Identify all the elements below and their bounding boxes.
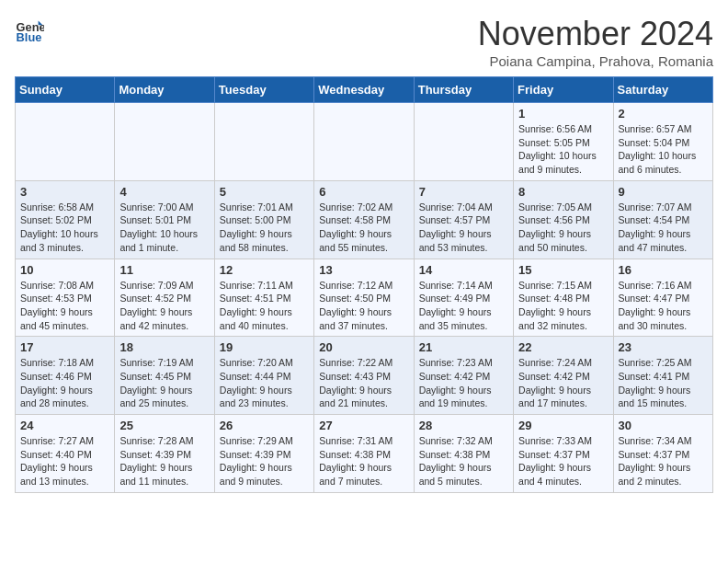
day-number: 23: [619, 340, 708, 354]
day-number: 25: [119, 419, 209, 432]
day-number: 19: [220, 340, 309, 354]
title-area: November 2024 Poiana Campina, Prahova, R…: [478, 15, 713, 69]
day-info: Sunrise: 7:14 AM Sunset: 4:49 PM Dayligh…: [419, 279, 508, 333]
calendar-cell: 17Sunrise: 7:18 AM Sunset: 4:46 PM Dayli…: [16, 337, 115, 415]
day-number: 7: [419, 185, 508, 199]
calendar-cell: 5Sunrise: 7:01 AM Sunset: 5:00 PM Daylig…: [214, 180, 313, 259]
day-number: 26: [220, 419, 309, 432]
calendar-cell: 22Sunrise: 7:24 AM Sunset: 4:42 PM Dayli…: [514, 337, 613, 415]
calendar-cell: 26Sunrise: 7:29 AM Sunset: 4:39 PM Dayli…: [214, 415, 313, 493]
calendar-cell: 3Sunrise: 6:58 AM Sunset: 5:02 PM Daylig…: [16, 180, 115, 259]
day-number: 18: [119, 340, 209, 354]
logo: General Blue: [15, 15, 44, 44]
calendar-cell: 1Sunrise: 6:56 AM Sunset: 5:05 PM Daylig…: [514, 103, 613, 181]
day-number: 5: [220, 185, 309, 199]
day-number: 29: [518, 419, 608, 432]
day-number: 21: [419, 340, 508, 354]
day-info: Sunrise: 7:01 AM Sunset: 5:00 PM Dayligh…: [220, 201, 309, 255]
calendar-cell: 25Sunrise: 7:28 AM Sunset: 4:39 PM Dayli…: [115, 415, 214, 493]
calendar-cell: 15Sunrise: 7:15 AM Sunset: 4:48 PM Dayli…: [514, 259, 613, 337]
day-number: 10: [20, 263, 109, 277]
logo-icon: General Blue: [15, 15, 44, 44]
day-number: 12: [220, 263, 309, 277]
calendar-header-thursday: Thursday: [414, 77, 513, 103]
calendar-cell: 7Sunrise: 7:04 AM Sunset: 4:57 PM Daylig…: [414, 180, 513, 259]
calendar-cell: 23Sunrise: 7:25 AM Sunset: 4:41 PM Dayli…: [613, 337, 712, 415]
day-info: Sunrise: 7:31 AM Sunset: 4:38 PM Dayligh…: [319, 434, 408, 488]
day-info: Sunrise: 7:16 AM Sunset: 4:47 PM Dayligh…: [619, 279, 708, 333]
calendar-header-monday: Monday: [115, 77, 214, 103]
day-info: Sunrise: 7:33 AM Sunset: 4:37 PM Dayligh…: [518, 434, 608, 488]
day-number: 16: [619, 263, 708, 277]
calendar-cell: 21Sunrise: 7:23 AM Sunset: 4:42 PM Dayli…: [414, 337, 513, 415]
day-info: Sunrise: 7:02 AM Sunset: 4:58 PM Dayligh…: [319, 201, 408, 255]
calendar-cell: 12Sunrise: 7:11 AM Sunset: 4:51 PM Dayli…: [214, 259, 313, 337]
day-number: 9: [619, 185, 708, 199]
day-number: 15: [518, 263, 608, 277]
day-info: Sunrise: 7:12 AM Sunset: 4:50 PM Dayligh…: [319, 279, 408, 333]
day-info: Sunrise: 7:19 AM Sunset: 4:45 PM Dayligh…: [119, 356, 209, 410]
calendar-cell: 20Sunrise: 7:22 AM Sunset: 4:43 PM Dayli…: [314, 337, 414, 415]
calendar-cell: 28Sunrise: 7:32 AM Sunset: 4:38 PM Dayli…: [414, 415, 513, 493]
day-info: Sunrise: 7:34 AM Sunset: 4:37 PM Dayligh…: [619, 434, 708, 488]
calendar-week-row: 24Sunrise: 7:27 AM Sunset: 4:40 PM Dayli…: [16, 415, 713, 493]
day-info: Sunrise: 7:18 AM Sunset: 4:46 PM Dayligh…: [20, 356, 109, 410]
day-info: Sunrise: 6:58 AM Sunset: 5:02 PM Dayligh…: [20, 201, 109, 255]
day-info: Sunrise: 7:23 AM Sunset: 4:42 PM Dayligh…: [419, 356, 508, 410]
day-info: Sunrise: 7:20 AM Sunset: 4:44 PM Dayligh…: [220, 356, 309, 410]
day-number: 27: [319, 419, 408, 432]
day-info: Sunrise: 7:22 AM Sunset: 4:43 PM Dayligh…: [319, 356, 408, 410]
day-number: 8: [518, 185, 608, 199]
calendar-week-row: 10Sunrise: 7:08 AM Sunset: 4:53 PM Dayli…: [16, 259, 713, 337]
day-info: Sunrise: 6:56 AM Sunset: 5:05 PM Dayligh…: [518, 122, 608, 177]
day-number: 13: [319, 263, 408, 277]
day-info: Sunrise: 7:00 AM Sunset: 5:01 PM Dayligh…: [119, 201, 209, 255]
day-info: Sunrise: 7:07 AM Sunset: 4:54 PM Dayligh…: [619, 201, 708, 255]
day-number: 22: [518, 340, 608, 354]
calendar-header-row: SundayMondayTuesdayWednesdayThursdayFrid…: [16, 77, 713, 103]
day-number: 2: [619, 107, 708, 121]
day-info: Sunrise: 7:32 AM Sunset: 4:38 PM Dayligh…: [419, 434, 508, 488]
day-number: 20: [319, 340, 408, 354]
calendar-table: SundayMondayTuesdayWednesdayThursdayFrid…: [15, 76, 713, 493]
calendar-week-row: 1Sunrise: 6:56 AM Sunset: 5:05 PM Daylig…: [16, 103, 713, 181]
day-info: Sunrise: 7:05 AM Sunset: 4:56 PM Dayligh…: [518, 201, 608, 255]
calendar-week-row: 17Sunrise: 7:18 AM Sunset: 4:46 PM Dayli…: [16, 337, 713, 415]
calendar-cell: 27Sunrise: 7:31 AM Sunset: 4:38 PM Dayli…: [314, 415, 414, 493]
day-number: 11: [119, 263, 209, 277]
calendar-header-friday: Friday: [514, 77, 613, 103]
day-info: Sunrise: 7:11 AM Sunset: 4:51 PM Dayligh…: [220, 279, 309, 333]
calendar-cell: [115, 103, 214, 181]
day-number: 24: [20, 419, 109, 432]
day-number: 1: [518, 107, 608, 121]
day-info: Sunrise: 7:29 AM Sunset: 4:39 PM Dayligh…: [220, 434, 309, 488]
day-info: Sunrise: 7:04 AM Sunset: 4:57 PM Dayligh…: [419, 201, 508, 255]
day-info: Sunrise: 7:25 AM Sunset: 4:41 PM Dayligh…: [619, 356, 708, 410]
calendar-cell: [214, 103, 313, 181]
calendar-cell: 10Sunrise: 7:08 AM Sunset: 4:53 PM Dayli…: [16, 259, 115, 337]
calendar-cell: 2Sunrise: 6:57 AM Sunset: 5:04 PM Daylig…: [613, 103, 712, 181]
day-number: 28: [419, 419, 508, 432]
month-title: November 2024: [478, 15, 713, 53]
calendar-body: 1Sunrise: 6:56 AM Sunset: 5:05 PM Daylig…: [16, 103, 713, 493]
day-info: Sunrise: 7:15 AM Sunset: 4:48 PM Dayligh…: [518, 279, 608, 333]
calendar-header-wednesday: Wednesday: [314, 77, 414, 103]
day-info: Sunrise: 7:24 AM Sunset: 4:42 PM Dayligh…: [518, 356, 608, 410]
day-number: 6: [319, 185, 408, 199]
svg-text:Blue: Blue: [17, 30, 42, 44]
calendar-header-sunday: Sunday: [16, 77, 115, 103]
calendar-week-row: 3Sunrise: 6:58 AM Sunset: 5:02 PM Daylig…: [16, 180, 713, 259]
calendar-cell: [16, 103, 115, 181]
calendar-cell: 19Sunrise: 7:20 AM Sunset: 4:44 PM Dayli…: [214, 337, 313, 415]
calendar-header-saturday: Saturday: [613, 77, 712, 103]
day-info: Sunrise: 7:27 AM Sunset: 4:40 PM Dayligh…: [20, 434, 109, 488]
calendar-cell: 24Sunrise: 7:27 AM Sunset: 4:40 PM Dayli…: [16, 415, 115, 493]
day-info: Sunrise: 7:28 AM Sunset: 4:39 PM Dayligh…: [119, 434, 209, 488]
day-info: Sunrise: 6:57 AM Sunset: 5:04 PM Dayligh…: [619, 122, 708, 177]
day-number: 3: [20, 185, 109, 199]
calendar-cell: 8Sunrise: 7:05 AM Sunset: 4:56 PM Daylig…: [514, 180, 613, 259]
day-info: Sunrise: 7:08 AM Sunset: 4:53 PM Dayligh…: [20, 279, 109, 333]
day-info: Sunrise: 7:09 AM Sunset: 4:52 PM Dayligh…: [119, 279, 209, 333]
subtitle: Poiana Campina, Prahova, Romania: [478, 53, 713, 69]
calendar-cell: 18Sunrise: 7:19 AM Sunset: 4:45 PM Dayli…: [115, 337, 214, 415]
